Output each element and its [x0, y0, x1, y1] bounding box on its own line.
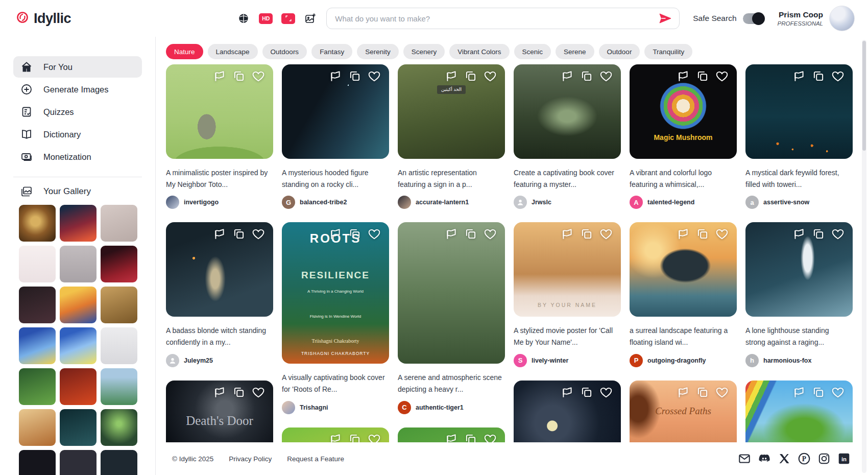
card-author[interactable]: C authentic-tiger1: [398, 401, 505, 414]
filter-chip-scenic[interactable]: Scenic: [514, 44, 551, 59]
mail-icon[interactable]: [738, 452, 751, 465]
scrollbar-thumb[interactable]: [862, 41, 866, 151]
heart-icon[interactable]: [252, 386, 265, 401]
safe-search-toggle[interactable]: [743, 13, 764, 24]
linkedin-icon[interactable]: in: [837, 452, 851, 465]
flag-icon[interactable]: [792, 227, 806, 243]
image-card-lighthouse-storm[interactable]: A lone lighthouse standing strong agains…: [745, 222, 853, 367]
copy-icon[interactable]: [696, 227, 709, 243]
gallery-thumb-rosie-puppy-sheet[interactable]: [19, 246, 56, 282]
image-card-misty-forest-path[interactable]: Create a captivating book cover featurin…: [514, 64, 621, 209]
filter-chip-nature[interactable]: Nature: [166, 44, 203, 59]
filter-chip-scenery[interactable]: Scenery: [403, 44, 445, 59]
globe-icon[interactable]: [237, 13, 250, 24]
flag-icon[interactable]: [561, 69, 574, 85]
card-author[interactable]: invertigogo: [166, 196, 273, 209]
heart-icon[interactable]: [368, 69, 381, 85]
flag-icon[interactable]: [677, 227, 690, 243]
card-author[interactable]: G balanced-tribe2: [282, 196, 389, 209]
flag-icon[interactable]: [792, 386, 806, 401]
filter-chip-serenity[interactable]: Serenity: [357, 44, 399, 59]
flag-icon[interactable]: [677, 386, 690, 401]
sidebar-item-monetization[interactable]: Monetization: [13, 146, 142, 168]
copy-icon[interactable]: [232, 69, 246, 85]
card-image-magic-mushroom-logo[interactable]: Magic Mushroom: [630, 64, 737, 159]
instagram-icon[interactable]: [817, 452, 831, 465]
image-card-roots-resilience-book-cover[interactable]: ROOTSRESILIENCEA Thriving in a Changing …: [282, 222, 389, 414]
copy-icon[interactable]: [232, 227, 246, 243]
copy-icon[interactable]: [812, 69, 825, 85]
sidebar-item-quizzes[interactable]: Quizzes: [13, 101, 142, 123]
gallery-thumb-red-dragon[interactable]: [60, 368, 97, 405]
flag-icon[interactable]: [792, 69, 806, 85]
heart-icon[interactable]: [831, 227, 845, 243]
image-card-rainy-green-trees[interactable]: A serene and atmospheric scene depicting…: [398, 222, 505, 414]
gallery-thumb-dalmatian-cartoon[interactable]: [101, 205, 137, 242]
heart-icon[interactable]: [715, 386, 729, 401]
card-image-rainy-green-trees[interactable]: [398, 222, 505, 364]
card-image-blonde-witch[interactable]: [166, 222, 273, 317]
copy-icon[interactable]: [232, 386, 246, 401]
gallery-thumb-dark-portrait[interactable]: [19, 287, 56, 323]
image-card-blonde-witch[interactable]: A badass blonde witch standing confident…: [166, 222, 273, 367]
card-author[interactable]: accurate-lantern1: [398, 196, 505, 209]
image-card-hooded-figure-storm[interactable]: A mysterious hooded figure standing on a…: [282, 64, 389, 209]
flag-icon[interactable]: [213, 69, 226, 85]
send-icon[interactable]: [658, 12, 673, 25]
copy-icon[interactable]: [812, 227, 825, 243]
gallery-thumb-meditation-glow[interactable]: [101, 409, 137, 446]
image-card-floating-island-sunset[interactable]: a surreal landscape featuring a floating…: [630, 222, 737, 367]
card-image-lighthouse-storm[interactable]: [745, 222, 853, 317]
add-image-icon[interactable]: [304, 13, 317, 24]
sidebar-item-generate-images[interactable]: Generate Images: [13, 79, 142, 100]
heart-icon[interactable]: [599, 386, 613, 401]
gallery-thumb-autumn-forest[interactable]: [101, 287, 137, 323]
image-card-totoro-minimal-poster[interactable]: A minimalistic poster inspired by My Nei…: [166, 64, 273, 209]
gallery-thumb-green-dragon[interactable]: [19, 368, 56, 405]
heart-icon[interactable]: [831, 69, 845, 85]
card-image-hooded-figure-storm[interactable]: [282, 64, 389, 159]
page-scrollbar[interactable]: [862, 40, 866, 473]
privacy-policy-link[interactable]: Privacy Policy: [229, 455, 272, 463]
discord-icon[interactable]: [758, 452, 771, 465]
gallery-thumb-triangle-logo[interactable]: [101, 327, 137, 364]
gallery-thumb-gold-watch[interactable]: [19, 205, 56, 242]
image-card-dark-feywild-forest[interactable]: A mystical dark feywild forest, filled w…: [745, 64, 853, 209]
gallery-thumb-goku-orange[interactable]: [60, 287, 97, 323]
filter-chip-outdoor[interactable]: Outdoor: [599, 44, 640, 59]
user-menu[interactable]: Prism Coop PROFESSIONAL: [778, 6, 855, 31]
sidebar-item-for-you[interactable]: For You: [13, 56, 142, 78]
card-author[interactable]: h harmonious-fox: [745, 354, 853, 367]
flag-icon[interactable]: [445, 227, 458, 243]
heart-icon[interactable]: [599, 69, 613, 85]
copy-icon[interactable]: [580, 386, 593, 401]
card-image-call-me-by-your-name-poster[interactable]: BY YOUR NAME: [514, 222, 621, 317]
gallery-thumb-neon-robot[interactable]: [60, 205, 97, 242]
card-author[interactable]: S lively-winter: [514, 354, 621, 367]
filter-chip-tranquility[interactable]: Tranquility: [644, 44, 692, 59]
filter-chip-fantasy[interactable]: Fantasy: [311, 44, 352, 59]
heart-icon[interactable]: [252, 227, 265, 243]
sidebar-item-dictionary[interactable]: Dictionary: [13, 124, 142, 145]
card-image-totoro-minimal-poster[interactable]: [166, 64, 273, 159]
gallery-thumb-dark-thumb-2[interactable]: [60, 450, 97, 475]
filter-chip-outdoors[interactable]: Outdoors: [262, 44, 307, 59]
copy-icon[interactable]: [580, 69, 593, 85]
sidebar-item-your-gallery[interactable]: Your Gallery: [20, 185, 142, 198]
user-avatar[interactable]: [829, 6, 855, 31]
gallery-thumb-dalmatian-sheet[interactable]: [60, 246, 97, 282]
image-card-magic-mushroom-logo[interactable]: Magic Mushroom A vibrant and colorful lo…: [630, 64, 737, 209]
gallery-thumb-dark-thumb-3[interactable]: [101, 450, 137, 475]
card-author[interactable]: Jrwslc: [514, 196, 621, 209]
gallery-thumb-goku-blue[interactable]: [60, 327, 97, 364]
flag-icon[interactable]: [561, 227, 574, 243]
hd-quality-icon[interactable]: HD: [259, 13, 273, 24]
gallery-thumb-mountain-path[interactable]: [101, 368, 137, 405]
card-author[interactable]: a assertive-snow: [745, 196, 853, 209]
copy-icon[interactable]: [580, 227, 593, 243]
card-author[interactable]: P outgoing-dragonfly: [630, 354, 737, 367]
heart-icon[interactable]: [715, 69, 729, 85]
flag-icon[interactable]: [213, 386, 226, 401]
card-image-park-sign-scene[interactable]: الحد أكيتين: [398, 64, 505, 159]
pinterest-icon[interactable]: P: [798, 452, 811, 465]
